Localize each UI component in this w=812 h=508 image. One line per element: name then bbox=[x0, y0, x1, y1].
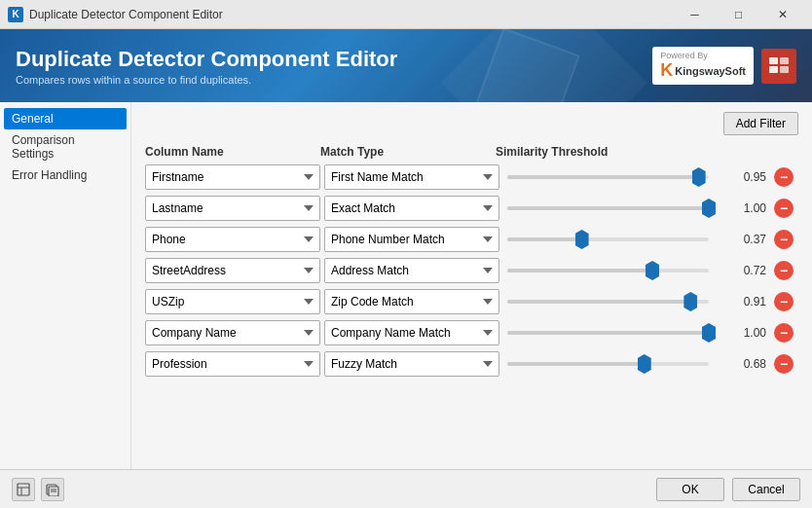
header-subtitle: Compares rows within a source to find du… bbox=[16, 74, 397, 86]
header-banner: Duplicate Detector Component Editor Comp… bbox=[0, 29, 812, 102]
svg-rect-4 bbox=[18, 484, 29, 495]
slider-thumb-3[interactable] bbox=[646, 261, 659, 280]
column-select-2[interactable]: FirstnameLastnamePhoneStreetAddressUSZip… bbox=[145, 227, 320, 252]
slider-container-2 bbox=[503, 227, 713, 252]
slider-track-6 bbox=[507, 362, 709, 366]
slider-fill-3 bbox=[507, 269, 652, 272]
cancel-button[interactable]: Cancel bbox=[732, 478, 800, 501]
match-type-select-5[interactable]: First Name MatchExact MatchPhone Number … bbox=[324, 320, 499, 345]
match-type-select-4[interactable]: First Name MatchExact MatchPhone Number … bbox=[324, 289, 499, 314]
slider-thumb-1[interactable] bbox=[702, 199, 716, 218]
add-filter-button[interactable]: Add Filter bbox=[723, 112, 798, 135]
column-select-1[interactable]: FirstnameLastnamePhoneStreetAddressUSZip… bbox=[145, 196, 320, 221]
minimize-button[interactable]: ─ bbox=[673, 0, 717, 29]
remove-button-2[interactable]: − bbox=[774, 230, 794, 249]
value-display-5: 1.00 bbox=[717, 326, 770, 340]
slider-track-0 bbox=[507, 175, 709, 179]
table-row: FirstnameLastnamePhoneStreetAddressUSZip… bbox=[145, 320, 798, 345]
value-display-1: 1.00 bbox=[717, 201, 770, 215]
remove-button-5[interactable]: − bbox=[774, 323, 794, 343]
table-row: FirstnameLastnamePhoneStreetAddressUSZip… bbox=[145, 164, 798, 190]
slider-container-4 bbox=[503, 289, 713, 314]
value-display-2: 0.37 bbox=[717, 233, 770, 246]
slider-fill-0 bbox=[507, 175, 699, 179]
table-row: FirstnameLastnamePhoneStreetAddressUSZip… bbox=[145, 227, 798, 252]
slider-thumb-5[interactable] bbox=[702, 323, 716, 343]
slider-container-5 bbox=[503, 320, 713, 345]
logo-k-letter: K bbox=[660, 60, 673, 81]
column-select-0[interactable]: FirstnameLastnamePhoneStreetAddressUSZip… bbox=[145, 164, 320, 190]
header-logo: Powered By K KingswaySoft bbox=[652, 47, 796, 85]
slider-track-2 bbox=[507, 237, 709, 241]
content-top: Add Filter bbox=[145, 112, 798, 135]
main-content: General Comparison Settings Error Handli… bbox=[0, 102, 812, 469]
slider-container-3 bbox=[503, 258, 713, 283]
logo-brand: KingswaySoft bbox=[675, 65, 746, 77]
app-icon: K bbox=[8, 7, 23, 22]
slider-thumb-6[interactable] bbox=[638, 354, 651, 374]
slider-container-1 bbox=[503, 196, 713, 221]
column-select-6[interactable]: FirstnameLastnamePhoneStreetAddressUSZip… bbox=[145, 351, 320, 377]
col-header-column-name: Column Name bbox=[145, 145, 320, 159]
column-select-4[interactable]: FirstnameLastnamePhoneStreetAddressUSZip… bbox=[145, 289, 320, 314]
value-display-4: 0.91 bbox=[717, 295, 770, 308]
header-text: Duplicate Detector Component Editor Comp… bbox=[16, 47, 397, 86]
ok-button[interactable]: OK bbox=[656, 478, 724, 501]
window-title: Duplicate Detector Component Editor bbox=[29, 8, 223, 21]
maximize-button[interactable]: □ bbox=[717, 0, 760, 29]
slider-track-4 bbox=[507, 300, 709, 304]
slider-fill-5 bbox=[507, 331, 709, 335]
logo-powered-text: Powered By K KingswaySoft bbox=[660, 51, 746, 81]
filter-rows-container: FirstnameLastnamePhoneStreetAddressUSZip… bbox=[145, 164, 798, 377]
slider-container-6 bbox=[503, 351, 713, 377]
match-type-select-2[interactable]: First Name MatchExact MatchPhone Number … bbox=[324, 227, 499, 252]
table-row: FirstnameLastnamePhoneStreetAddressUSZip… bbox=[145, 351, 798, 377]
remove-button-6[interactable]: − bbox=[774, 354, 794, 374]
slider-fill-6 bbox=[507, 362, 645, 366]
table-row: FirstnameLastnamePhoneStreetAddressUSZip… bbox=[145, 289, 798, 314]
slider-thumb-4[interactable] bbox=[683, 292, 697, 311]
logo-box: Powered By K KingswaySoft bbox=[652, 47, 754, 85]
slider-thumb-0[interactable] bbox=[692, 167, 706, 187]
bottom-right: OK Cancel bbox=[656, 478, 800, 501]
title-bar-controls: ─ □ ✕ bbox=[673, 0, 804, 29]
value-display-6: 0.68 bbox=[717, 357, 770, 371]
table-header: Column Name Match Type Similarity Thresh… bbox=[145, 143, 798, 164]
table-row: FirstnameLastnamePhoneStreetAddressUSZip… bbox=[145, 196, 798, 221]
value-display-3: 0.72 bbox=[717, 264, 770, 277]
slider-container-0 bbox=[503, 164, 713, 190]
col-header-match-type: Match Type bbox=[320, 145, 496, 159]
match-type-select-6[interactable]: First Name MatchExact MatchPhone Number … bbox=[324, 351, 499, 377]
remove-button-1[interactable]: − bbox=[774, 199, 794, 218]
bottom-icon-2[interactable] bbox=[41, 478, 64, 501]
bottom-bar: OK Cancel bbox=[0, 469, 812, 508]
slider-track-3 bbox=[507, 269, 709, 272]
column-select-5[interactable]: FirstnameLastnamePhoneStreetAddressUSZip… bbox=[145, 320, 320, 345]
logo-icon bbox=[761, 49, 796, 84]
remove-button-4[interactable]: − bbox=[774, 292, 794, 311]
match-type-select-0[interactable]: First Name MatchExact MatchPhone Number … bbox=[324, 164, 499, 190]
header-title: Duplicate Detector Component Editor bbox=[16, 47, 397, 72]
content-area: Add Filter Column Name Match Type Simila… bbox=[131, 102, 812, 469]
sidebar-item-comparison[interactable]: Comparison Settings bbox=[4, 129, 127, 164]
close-button[interactable]: ✕ bbox=[760, 0, 804, 29]
column-select-3[interactable]: FirstnameLastnamePhoneStreetAddressUSZip… bbox=[145, 258, 320, 283]
match-type-select-1[interactable]: First Name MatchExact MatchPhone Number … bbox=[324, 196, 499, 221]
svg-rect-3 bbox=[780, 66, 789, 73]
value-display-0: 0.95 bbox=[717, 170, 770, 184]
slider-track-1 bbox=[507, 206, 709, 210]
slider-fill-1 bbox=[507, 206, 709, 210]
slider-thumb-2[interactable] bbox=[575, 230, 589, 249]
sidebar: General Comparison Settings Error Handli… bbox=[0, 102, 131, 469]
svg-rect-1 bbox=[769, 66, 778, 73]
sidebar-item-error[interactable]: Error Handling bbox=[4, 164, 127, 186]
sidebar-item-general[interactable]: General bbox=[4, 108, 127, 129]
bottom-icon-1[interactable] bbox=[12, 478, 35, 501]
remove-button-3[interactable]: − bbox=[774, 261, 794, 280]
match-type-select-3[interactable]: First Name MatchExact MatchPhone Number … bbox=[324, 258, 499, 283]
remove-button-0[interactable]: − bbox=[774, 167, 794, 187]
slider-fill-2 bbox=[507, 237, 582, 241]
slider-track-5 bbox=[507, 331, 709, 335]
slider-fill-4 bbox=[507, 300, 690, 304]
title-bar-left: K Duplicate Detector Component Editor bbox=[8, 7, 223, 22]
